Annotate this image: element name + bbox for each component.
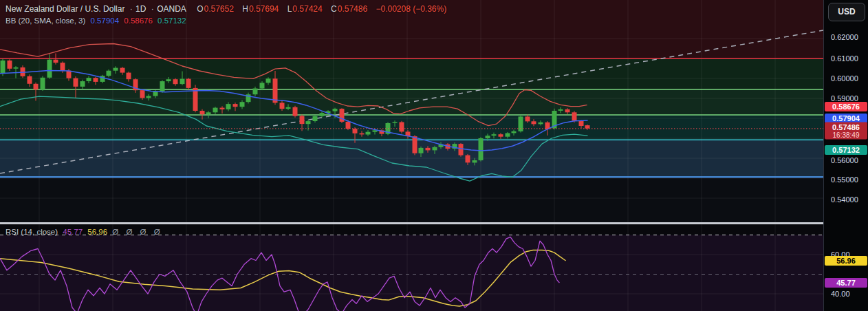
price-zone xyxy=(0,58,823,89)
bb-basis-value: 0.57904 xyxy=(91,17,120,25)
price-zone xyxy=(0,115,823,140)
currency-toggle-button[interactable]: USD xyxy=(828,3,865,21)
bb-lower-value: 0.57132 xyxy=(158,17,186,25)
symbol-legend: New Zealand Dollar / U.S. Dollar · 1D · … xyxy=(6,4,453,14)
close-value: 0.57486 xyxy=(338,4,367,14)
axis-label: 0.54000 xyxy=(831,195,868,204)
price-chart-canvas[interactable] xyxy=(0,0,823,222)
axis-label: 0.56000 xyxy=(831,156,868,164)
rsi-hidden-value: Ø xyxy=(140,228,149,236)
legend-separator: · xyxy=(130,4,133,14)
close-label: C xyxy=(331,4,337,14)
rsi-settings-label[interactable]: RSI (14, close) xyxy=(6,228,58,236)
bb-legend: BB (20, SMA, close, 3) 0.57904 0.58676 0… xyxy=(6,17,189,25)
axis-label: 40.00 xyxy=(831,290,868,298)
trading-chart-app: New Zealand Dollar / U.S. Dollar · 1D · … xyxy=(0,0,868,311)
rsi-hidden-value: Ø xyxy=(154,228,163,236)
axis-label: 0.55000 xyxy=(831,175,868,184)
bb-settings-label[interactable]: BB (20, SMA, close, 3) xyxy=(6,17,85,25)
symbol-title[interactable]: New Zealand Dollar / U.S. Dollar xyxy=(6,4,124,14)
pane-separator[interactable] xyxy=(0,222,868,224)
rsi-ma-value: 56.96 xyxy=(87,228,107,236)
rsi-pane[interactable] xyxy=(0,224,823,311)
rsi-ma-badge: 56.96 xyxy=(825,256,867,266)
rsi-hidden-value: Ø xyxy=(126,228,135,236)
high-label: H xyxy=(242,4,248,14)
rsi-value-badge: 45.77 xyxy=(825,278,867,288)
bb-upper-badge: 0.58676 xyxy=(825,102,867,111)
exchange-label[interactable]: OANDA xyxy=(157,4,186,14)
rsi-band xyxy=(0,235,823,311)
bb-lower-badge: 0.57132 xyxy=(825,145,867,155)
low-label: L xyxy=(287,4,292,14)
open-value: 0.57652 xyxy=(204,4,234,14)
rsi-chart-canvas[interactable] xyxy=(0,224,823,311)
open-label: O xyxy=(197,4,203,14)
price-pane[interactable] xyxy=(0,0,823,222)
price-zone xyxy=(0,89,823,115)
axis-label: 0.61000 xyxy=(831,54,868,63)
rsi-value: 45.77 xyxy=(63,228,83,236)
rsi-hidden-value: Ø xyxy=(112,228,121,236)
high-value: 0.57694 xyxy=(249,4,279,14)
countdown-timer: 16:38:49 xyxy=(825,131,867,139)
legend-separator: · xyxy=(151,4,154,14)
last-price-badge: 0.5748616:38:49 xyxy=(825,122,867,140)
change-value: −0.00208 (−0.36%) xyxy=(376,4,446,14)
price-axis[interactable]: USD 0.620000.610000.600000.590000.560000… xyxy=(823,0,868,311)
bb-upper-value: 0.58676 xyxy=(124,17,153,25)
interval-label[interactable]: 1D xyxy=(135,4,146,14)
axis-label: 0.62000 xyxy=(831,33,868,41)
axis-label: 0.60000 xyxy=(831,74,868,83)
low-value: 0.57424 xyxy=(292,4,322,14)
rsi-legend: RSI (14, close) 45.77 56.96 Ø Ø Ø Ø xyxy=(6,228,166,236)
